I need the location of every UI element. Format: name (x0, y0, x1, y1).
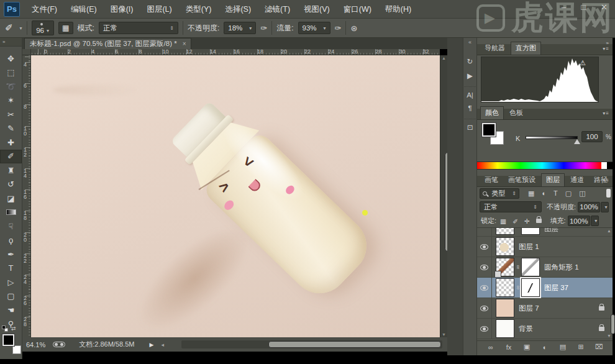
layer-list-scrollbar[interactable]: ▲ ▼ (606, 227, 612, 339)
add-layer-mask-icon[interactable]: ▣ (521, 343, 533, 351)
lock-all-icon[interactable] (536, 219, 542, 223)
marquee-tool[interactable]: ⬚ (0, 66, 22, 80)
tab-close-icon[interactable]: × (183, 40, 186, 47)
layer-visibility-icon[interactable] (480, 244, 488, 250)
layer-fill-field[interactable]: 100% (568, 216, 590, 226)
spectrum-black-swatch[interactable] (607, 162, 613, 169)
flow-select[interactable]: 93%▾ (298, 22, 330, 34)
filter-adjustment-layers-icon[interactable]: ◐ (542, 189, 546, 198)
layer-visibility-cell[interactable] (477, 278, 492, 298)
filter-type-layers-icon[interactable]: T (554, 189, 558, 198)
horizontal-ruler[interactable]: 02468101214161820222426283032 (31, 49, 440, 55)
new-adjustment-layer-icon[interactable]: ◐ (539, 344, 551, 351)
layers-tab-2[interactable]: 图层 (541, 173, 565, 186)
menu-item-9[interactable]: 帮助(H) (378, 0, 418, 19)
layer-filter-type-select[interactable]: 类型 ⇕ (480, 188, 519, 199)
brush-tool[interactable]: ✐ (0, 150, 22, 164)
foreground-color-swatch[interactable] (2, 334, 14, 346)
status-flyout-icon[interactable]: ▶ (149, 342, 153, 348)
pressure-size-icon[interactable]: ⊛ (350, 24, 357, 33)
pressure-opacity-icon[interactable]: ✑ (260, 24, 267, 33)
default-colors-icon[interactable] (2, 325, 8, 332)
history-panel-icon[interactable]: ↻ (463, 54, 477, 68)
layer-name[interactable]: 图层 (544, 228, 558, 234)
layer-thumbnail[interactable] (496, 237, 514, 256)
spectrum-white-swatch[interactable] (601, 162, 607, 169)
scroll-left-icon[interactable]: ◂ (161, 342, 164, 348)
path-selection-tool[interactable]: ▷ (0, 275, 22, 289)
menu-item-4[interactable]: 类型(Y) (179, 0, 219, 19)
color-spectrum-ramp[interactable] (477, 162, 613, 170)
horizontal-scroll-thumb[interactable] (268, 341, 441, 348)
menu-item-2[interactable]: 图像(I) (104, 0, 140, 19)
vertical-ruler[interactable]: 4681012141618202224262830 (22, 55, 31, 337)
layer-row-3[interactable]: ∞图层 37 (477, 278, 613, 298)
dock-expand-icon[interactable]: « (463, 38, 476, 45)
layer-thumbnail[interactable] (496, 228, 514, 235)
new-group-icon[interactable]: ▤ (557, 343, 569, 351)
character-panel-icon[interactable]: A| (463, 86, 477, 101)
k-value-field[interactable]: 100 (581, 131, 603, 142)
type-tool[interactable]: T (0, 262, 22, 276)
layer-row-0[interactable]: ∞图层 (477, 228, 613, 237)
layer-thumbnail[interactable] (496, 278, 514, 297)
layer-visibility-icon[interactable] (480, 326, 488, 332)
layer-opacity-arrow-icon[interactable]: ▾ (601, 202, 609, 212)
lock-position-icon[interactable]: ✛ (524, 217, 530, 225)
k-slider-thumb[interactable] (574, 139, 580, 144)
crop-tool[interactable]: ✂ (0, 107, 22, 122)
layers-tab-3[interactable]: 通道 (566, 174, 588, 186)
color-tab-1[interactable]: 色板 (505, 107, 527, 119)
histogram-panel-menu-icon[interactable]: ▾≡ (603, 46, 609, 52)
lock-transparency-icon[interactable]: ▦ (500, 217, 506, 225)
layer-name[interactable]: 图层 37 (544, 283, 568, 293)
layer-row-1[interactable]: 图层 1 (477, 237, 613, 257)
history-brush-tool[interactable]: ↺ (0, 178, 22, 192)
layer-opacity-field[interactable]: 100% (578, 202, 600, 212)
layer-visibility-cell[interactable] (477, 237, 492, 257)
magic-wand-tool[interactable]: ✶ (0, 94, 22, 108)
actions-panel-icon[interactable]: ▶ (463, 68, 477, 83)
layers-tab-1[interactable]: 画笔预设 (504, 174, 540, 186)
swap-colors-icon[interactable]: ⇄ (11, 325, 16, 332)
preview-glasses-icon[interactable] (53, 342, 65, 347)
filter-smart-object-icon[interactable]: ◫ (579, 189, 585, 198)
hand-tool[interactable]: ☚ (0, 303, 22, 317)
menu-item-5[interactable]: 选择(S) (218, 0, 258, 19)
scroll-down-icon[interactable]: ▼ (442, 332, 446, 337)
k-slider[interactable] (526, 136, 578, 139)
layer-visibility-icon[interactable] (480, 306, 488, 311)
color-panel-menu-icon[interactable]: ▾≡ (603, 111, 609, 116)
dodge-tool[interactable]: ϙ (0, 234, 22, 248)
canvas[interactable]: > < (31, 55, 440, 337)
brush-panel-toggle-button[interactable]: ▦ (58, 22, 73, 34)
layer-visibility-cell[interactable] (477, 257, 492, 277)
layer-name[interactable]: 圆角矩形 1 (544, 263, 579, 272)
layers-tab-0[interactable]: 画笔 (480, 174, 503, 186)
gradient-tool[interactable] (0, 206, 22, 220)
lasso-tool[interactable]: ➰ (0, 80, 22, 94)
clone-stamp-tool[interactable]: ♜ (0, 163, 22, 178)
layer-thumbnail[interactable] (496, 258, 514, 276)
layer-name[interactable]: 图层 7 (519, 304, 539, 313)
lock-paint-icon[interactable]: ✐ (512, 217, 518, 225)
eyedropper-tool[interactable]: ✎ (0, 122, 22, 136)
brush-preset-arrow-icon[interactable]: ▾ (20, 25, 22, 31)
menu-item-7[interactable]: 视图(V) (297, 0, 337, 19)
airbrush-icon[interactable]: ✑ (335, 24, 342, 33)
document-tab[interactable]: 未标题-1.psd @ 70.5% (图层 37, 图层蒙版/8) * × (24, 38, 191, 49)
move-tool[interactable]: ✥ (0, 52, 22, 66)
paragraph-panel-icon[interactable]: ¶ (463, 101, 477, 115)
layer-visibility-icon[interactable] (480, 265, 488, 270)
pen-tool[interactable]: ✒ (0, 247, 22, 262)
filter-pixel-layers-icon[interactable]: ▦ (528, 189, 534, 198)
smudge-tool[interactable]: ☟ (0, 219, 22, 234)
healing-brush-tool[interactable]: ✚ (0, 135, 22, 150)
layer-name[interactable]: 背景 (519, 324, 533, 334)
eraser-tool[interactable]: ◪ (0, 191, 22, 206)
layer-thumbnail[interactable] (496, 319, 514, 338)
clone-source-panel-icon[interactable]: ⊡ (463, 119, 477, 133)
layer-mask-thumbnail[interactable] (521, 278, 540, 297)
layer-mask-thumbnail[interactable] (521, 228, 540, 235)
layer-row-5[interactable]: 背景 (477, 319, 613, 339)
